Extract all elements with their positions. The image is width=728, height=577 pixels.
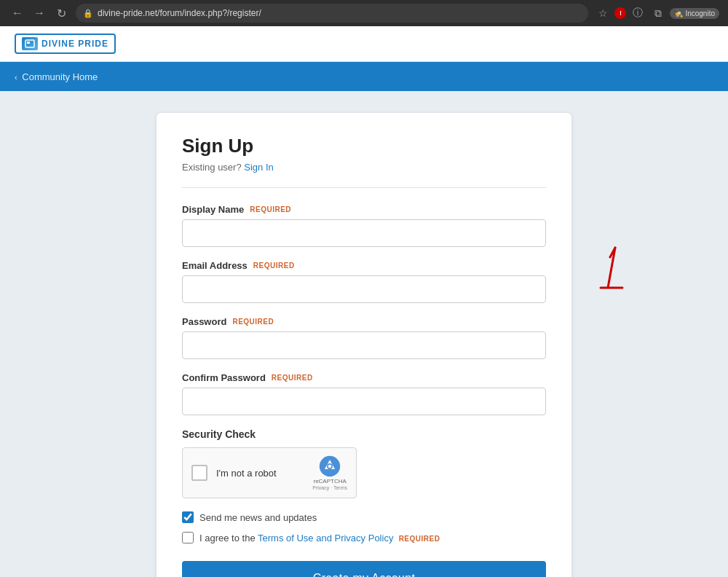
existing-user-label: Existing user? <box>182 162 242 173</box>
display-name-input[interactable] <box>182 219 546 247</box>
password-label: Password REQUIRED <box>182 316 546 327</box>
confirm-password-label: Confirm Password REQUIRED <box>182 372 546 383</box>
reload-button[interactable]: ↻ <box>52 4 70 22</box>
browser-nav-buttons: ← → ↻ <box>9 4 70 22</box>
incognito-label: Incognito <box>685 9 715 17</box>
forward-button[interactable]: → <box>31 4 48 22</box>
email-address-group: Email Address REQUIRED <box>182 260 546 303</box>
security-check-label: Security Check <box>182 428 546 440</box>
recaptcha-checkbox[interactable] <box>191 465 207 481</box>
chevron-left-icon: ‹ <box>15 73 17 82</box>
recaptcha-branding: reCAPTCHA Privacy · Terms <box>312 455 347 490</box>
display-name-required: REQUIRED <box>250 205 291 213</box>
news-updates-group: Send me news and updates <box>182 511 546 523</box>
password-input[interactable] <box>182 331 546 359</box>
community-home-link[interactable]: ‹ Community Home <box>15 71 98 82</box>
im-not-robot-text: I'm not a robot <box>216 468 277 479</box>
terms-checkbox[interactable] <box>182 532 194 543</box>
url-text: divine-pride.net/forum/index.php?/regist… <box>98 8 261 18</box>
svg-rect-0 <box>25 40 34 47</box>
logo-icon <box>22 37 38 50</box>
confirm-password-group: Confirm Password REQUIRED <box>182 372 546 415</box>
display-name-label: Display Name REQUIRED <box>182 204 546 215</box>
terms-link[interactable]: Terms of Use and Privacy Policy <box>258 533 393 543</box>
incognito-badge: 🕵 Incognito <box>670 8 719 19</box>
password-required: REQUIRED <box>232 318 274 326</box>
recaptcha-links: Privacy · Terms <box>312 485 347 490</box>
email-required: REQUIRED <box>253 262 295 270</box>
confirm-password-required: REQUIRED <box>272 374 313 382</box>
confirm-password-input[interactable] <box>182 388 546 415</box>
svg-point-4 <box>328 465 332 468</box>
terms-label: I agree to the Terms of Use and Privacy … <box>199 533 440 543</box>
email-address-label: Email Address REQUIRED <box>182 260 546 271</box>
recaptcha-widget[interactable]: I'm not a robot reCAPTCHA Privacy · Term… <box>182 447 357 498</box>
community-home-label: Community Home <box>22 71 98 82</box>
recaptcha-label: reCAPTCHA <box>313 478 346 484</box>
existing-user-text: Existing user? Sign In <box>182 162 546 173</box>
info-icon[interactable]: ⓘ <box>629 4 646 22</box>
site-logo[interactable]: Divine Pride <box>15 34 116 54</box>
back-button[interactable]: ← <box>9 4 26 22</box>
extension-badge: ! <box>614 7 626 19</box>
create-account-button[interactable]: Create my Account <box>182 561 546 577</box>
email-input[interactable] <box>182 275 546 303</box>
signup-form-card: Sign Up Existing user? Sign In Display N… <box>157 113 571 577</box>
terms-group: I agree to the Terms of Use and Privacy … <box>182 532 546 543</box>
page-content: Sign Up Existing user? Sign In Display N… <box>0 91 728 577</box>
nav-bar: ‹ Community Home <box>0 62 728 91</box>
password-group: Password REQUIRED <box>182 316 546 359</box>
terms-required: REQUIRED <box>399 535 440 543</box>
news-updates-checkbox[interactable] <box>182 511 194 523</box>
annotation-one <box>575 237 633 310</box>
extensions-icon[interactable]: ⧉ <box>649 4 667 22</box>
svg-rect-1 <box>27 42 30 44</box>
logo-text: Divine Pride <box>41 39 108 49</box>
lock-icon: 🔒 <box>83 9 93 18</box>
bookmark-icon[interactable]: ☆ <box>594 4 612 22</box>
sign-in-link[interactable]: Sign In <box>244 162 273 173</box>
incognito-avatar: 🕵 <box>674 9 683 17</box>
browser-actions: ☆ ! ⓘ ⧉ 🕵 Incognito <box>594 4 719 22</box>
form-divider <box>182 187 546 188</box>
recaptcha-logo-icon <box>319 455 341 477</box>
page-title: Sign Up <box>182 135 546 157</box>
browser-chrome: ← → ↻ 🔒 divine-pride.net/forum/index.php… <box>0 0 728 26</box>
site-header: Divine Pride <box>0 26 728 62</box>
display-name-group: Display Name REQUIRED <box>182 204 546 247</box>
security-check-group: Security Check I'm not a robot reCAPTCHA… <box>182 428 546 498</box>
address-bar[interactable]: 🔒 divine-pride.net/forum/index.php?/regi… <box>76 4 588 23</box>
news-updates-label: Send me news and updates <box>199 512 317 523</box>
